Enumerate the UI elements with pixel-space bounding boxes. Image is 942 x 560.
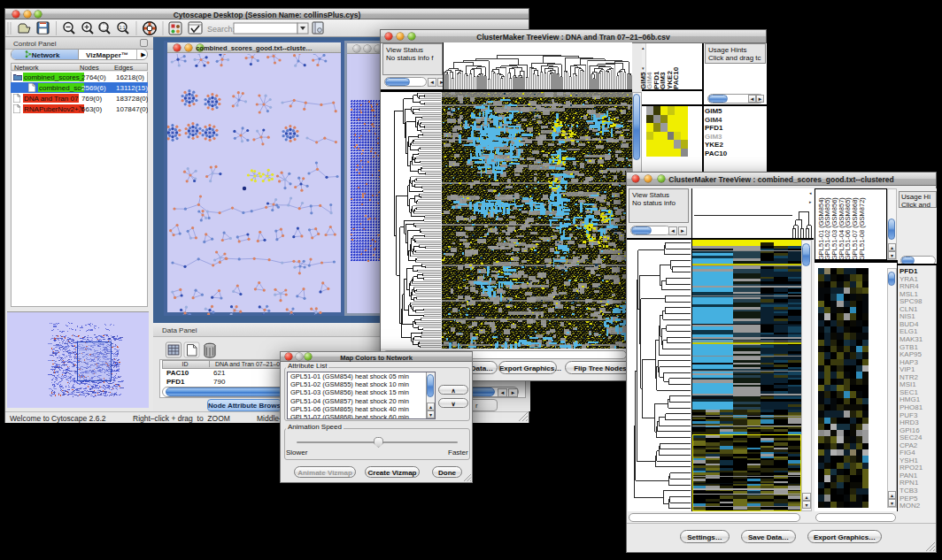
svg-text:Search:: Search: <box>207 25 235 34</box>
svg-text:1:1: 1:1 <box>120 25 126 30</box>
